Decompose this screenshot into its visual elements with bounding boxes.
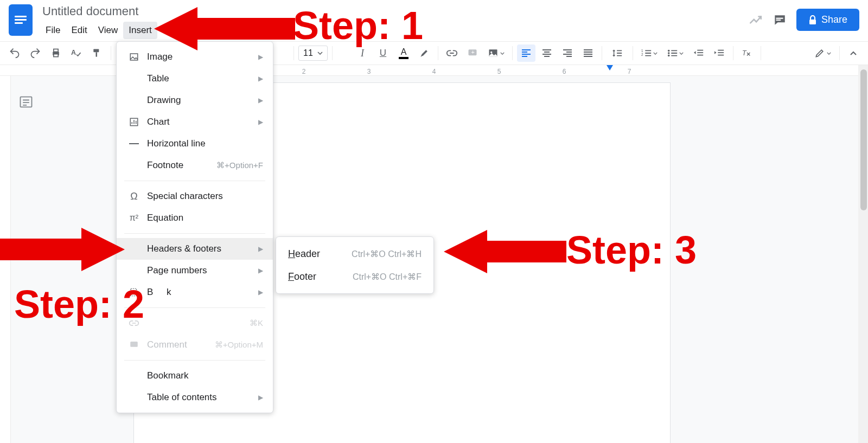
menu-shortcut: ⌘K [250, 318, 263, 328]
menu-divider [124, 181, 265, 181]
spellcheck-button[interactable]: A [67, 44, 86, 62]
menu-label: Horizontal line [147, 138, 263, 149]
header-right: Share [749, 9, 859, 31]
decrease-indent-button[interactable] [690, 44, 708, 62]
menu-label: Comment [147, 339, 215, 350]
ruler-tick: 5 [467, 68, 532, 75]
menu-insert[interactable]: Insert [123, 22, 157, 39]
submenu-footer[interactable]: Footer Ctrl+⌘O Ctrl+⌘F [276, 265, 433, 288]
chart-icon [126, 117, 142, 127]
svg-point-15 [668, 50, 670, 52]
align-right-button[interactable] [558, 44, 577, 62]
menu-label: Footnote [147, 160, 216, 171]
pi-icon: π² [126, 213, 142, 223]
increase-indent-button[interactable] [710, 44, 729, 62]
menu-label: Drawing [147, 95, 255, 106]
submenu-arrow-icon: ▶ [258, 394, 263, 401]
menu-label: Equation [147, 213, 263, 223]
menu-label: Special characters [147, 191, 263, 202]
menu-divider [124, 360, 265, 361]
menu-drawing[interactable]: Drawing ▶ [117, 89, 273, 111]
svg-rect-20 [130, 54, 138, 60]
numbered-list-button[interactable]: 12 [637, 44, 661, 62]
menu-comment[interactable]: Comment ⌘+Option+M [117, 334, 273, 356]
vertical-scrollbar[interactable] [858, 65, 868, 443]
ruler-tick: 2 [271, 68, 336, 75]
insert-image-button[interactable] [484, 44, 508, 62]
toolbar-separator [512, 46, 513, 60]
svg-point-16 [668, 52, 670, 54]
annotation-arrow-step3 [444, 229, 566, 274]
align-justify-button[interactable] [579, 44, 597, 62]
comment-icon [126, 340, 142, 350]
share-button[interactable]: Share [796, 9, 859, 31]
headers-footers-submenu: Header Ctrl+⌘O Ctrl+⌘H Footer Ctrl+⌘O Ct… [276, 236, 434, 294]
app-header: Untitled document File Edit View Insert … [0, 0, 868, 41]
menu-headers-footers[interactable]: Headers & footers ▶ [117, 238, 273, 260]
menu-label: Break [147, 287, 255, 298]
menu-footnote[interactable]: Footnote ⌘+Option+F [117, 155, 273, 176]
menu-horizontal-line[interactable]: Horizontal line [117, 133, 273, 155]
toolbar-separator [839, 46, 840, 60]
insert-link-button[interactable] [443, 44, 461, 62]
share-label: Share [821, 14, 847, 25]
menu-divider [124, 233, 265, 234]
menu-label: Headers & footers [147, 243, 255, 254]
submenu-header[interactable]: Header Ctrl+⌘O Ctrl+⌘H [276, 242, 433, 265]
menu-chart[interactable]: Chart ▶ [117, 111, 273, 133]
annotation-label-step2: Step: 2 [14, 282, 144, 326]
menu-file[interactable]: File [40, 22, 66, 39]
svg-marker-27 [444, 230, 566, 273]
menu-shortcut: ⌘+Option+M [215, 340, 263, 350]
svg-rect-24 [130, 342, 138, 347]
horizontal-line-icon [126, 143, 142, 145]
toolbar-separator [111, 46, 111, 60]
menu-view[interactable]: View [93, 22, 124, 39]
line-spacing-button[interactable] [607, 44, 628, 62]
annotation-arrow-step1 [154, 4, 295, 53]
menu-table[interactable]: Table ▶ [117, 68, 273, 89]
omega-icon: Ω [126, 191, 142, 202]
submenu-arrow-icon: ▶ [258, 75, 263, 82]
submenu-arrow-icon: ▶ [258, 267, 263, 274]
toolbar-separator [761, 46, 761, 60]
bulleted-list-button[interactable] [663, 44, 687, 62]
menu-table-of-contents[interactable]: Table of contents ▶ [117, 387, 273, 408]
menu-shortcut: Ctrl+⌘O Ctrl+⌘F [353, 272, 422, 282]
align-center-button[interactable] [538, 44, 556, 62]
activity-icon[interactable] [749, 13, 763, 27]
font-size-input[interactable]: 11 [298, 46, 328, 61]
docs-logo-icon[interactable] [9, 4, 33, 36]
menu-bookmark[interactable]: Bookmark [117, 365, 273, 387]
submenu-label: Header [288, 248, 352, 260]
submenu-arrow-icon: ▶ [258, 118, 263, 126]
insert-menu-dropdown: Image ▶ Table ▶ Drawing ▶ Chart ▶ Horizo… [116, 41, 273, 413]
menu-label: Image [147, 52, 255, 62]
document-outline-button[interactable] [18, 94, 35, 111]
undo-button[interactable] [5, 44, 24, 62]
menu-label: Page numbers [147, 265, 255, 276]
menu-shortcut: ⌘+Option+F [216, 160, 263, 170]
print-button[interactable] [47, 44, 65, 62]
svg-point-12 [490, 52, 492, 53]
clear-formatting-button[interactable]: T [738, 44, 756, 62]
ruler-tick: 3 [336, 68, 401, 75]
menu-edit[interactable]: Edit [66, 22, 92, 39]
menu-special-characters[interactable]: Ω Special characters [117, 185, 273, 207]
scrollbar-thumb[interactable] [860, 69, 867, 210]
submenu-arrow-icon: ▶ [258, 245, 263, 253]
chevron-down-icon [500, 52, 505, 55]
align-left-button[interactable] [517, 44, 535, 62]
redo-button[interactable] [26, 44, 44, 62]
menu-page-numbers[interactable]: Page numbers ▶ [117, 260, 273, 281]
chevron-down-icon [317, 52, 323, 55]
collapse-toolbar-button[interactable] [844, 44, 863, 62]
menu-divider [124, 307, 265, 308]
toolbar-separator [633, 46, 633, 60]
editing-mode-button[interactable] [810, 44, 835, 62]
comments-icon[interactable] [773, 13, 787, 27]
paint-format-button[interactable] [88, 44, 106, 62]
submenu-label: Footer [288, 271, 353, 283]
insert-comment-button[interactable]: + [463, 44, 482, 62]
menu-equation[interactable]: π² Equation [117, 207, 273, 229]
